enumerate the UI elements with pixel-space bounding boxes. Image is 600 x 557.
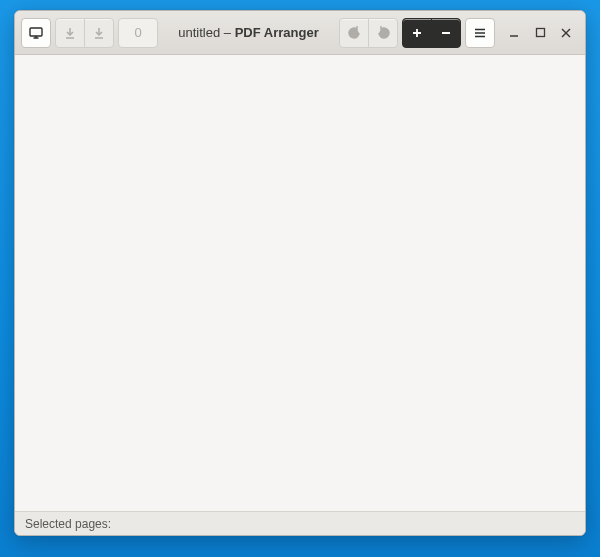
maximize-icon [535,27,546,38]
rotate-left-button[interactable] [339,18,369,48]
page-number-field[interactable]: 0 [118,18,158,48]
window-title: untitled – PDF Arranger [162,25,335,40]
rotate-group [339,18,398,48]
hamburger-icon [473,26,487,40]
app-window: 0 untitled – PDF Arranger [14,10,586,536]
headerbar: 0 untitled – PDF Arranger [15,11,585,55]
rotate-left-icon [347,25,362,40]
save-button[interactable] [84,18,114,48]
download-icon [63,26,77,40]
main-menu-button[interactable] [465,18,495,48]
page-number-value: 0 [134,25,141,40]
close-button[interactable] [559,26,573,40]
import-button[interactable] [55,18,85,48]
statusbar-label: Selected pages: [25,517,111,531]
zoom-in-button[interactable] [402,18,432,48]
svg-rect-0 [30,28,42,36]
open-button[interactable] [21,18,51,48]
page-area[interactable] [15,55,585,511]
title-appname: PDF Arranger [235,25,319,40]
zoom-group [402,18,461,48]
minus-icon [440,27,452,39]
minimize-button[interactable] [507,26,521,40]
plus-icon [411,27,423,39]
rotate-right-button[interactable] [368,18,398,48]
statusbar: Selected pages: [15,511,585,535]
window-controls [499,26,579,40]
zoom-out-button[interactable] [431,18,461,48]
title-separator: – [220,25,234,40]
title-document: untitled [178,25,220,40]
svg-rect-14 [536,29,544,37]
rotate-right-icon [376,25,391,40]
close-icon [560,27,572,39]
minimize-icon [508,27,520,39]
download-icon [92,26,106,40]
monitor-open-icon [28,25,44,41]
import-save-group [55,18,114,48]
maximize-button[interactable] [533,26,547,40]
